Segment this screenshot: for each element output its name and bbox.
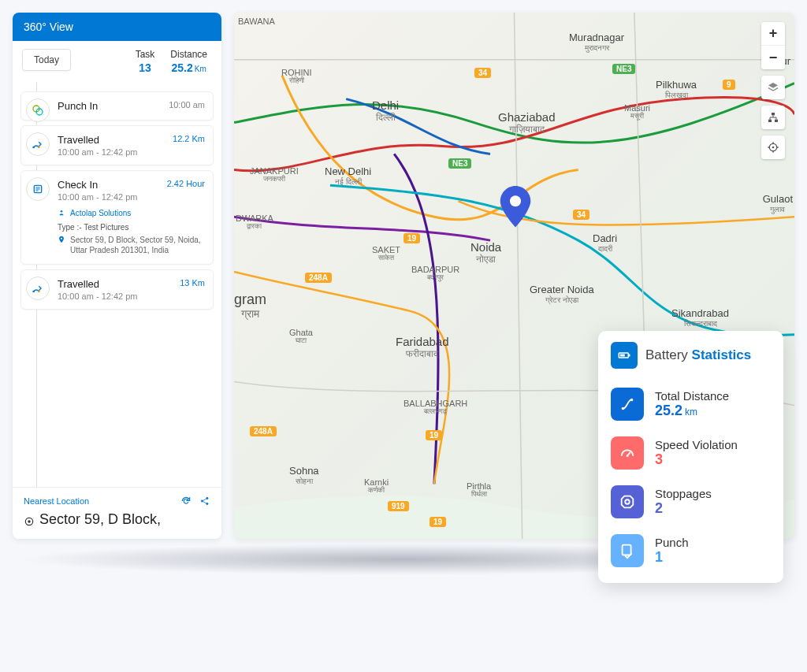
map-place-dwarka: DWARKAद्वारका [236,213,273,231]
timeline[interactable]: Punch In 10:00 am Travelled 10:00 am - 1… [13,82,221,487]
summary-distance: Distance 25.2Km [165,49,212,74]
event-check-in[interactable]: Check In 10:00 am - 12:42 pm 2.42 Hour A… [20,170,214,265]
map-place-noida: Noidaनोएडा [470,241,501,265]
sidebar-header: 360° View [13,13,221,41]
stat-label: Stoppages [655,487,712,500]
map-marker[interactable] [499,186,532,227]
event-title: Punch In [58,100,98,112]
map-place-greaternoida: Greater Noidaग्रेटर नोएडा [530,284,594,305]
hierarchy-button[interactable] [761,106,785,129]
svg-point-19 [772,147,775,149]
address-text: Sector 59, D Block, Sector 59, Noida, Ut… [70,235,205,256]
svg-rect-17 [775,120,778,122]
event-travelled-1[interactable]: Travelled 10:00 am - 12:42 pm 12.2 Km [20,125,214,165]
stat-value: 25.2km [655,403,729,419]
event-right-value: 10:00 am [169,100,205,110]
svg-point-14 [510,195,521,206]
person-icon [58,208,65,220]
svg-point-5 [61,210,63,213]
gauge-icon [611,436,644,470]
road-badge: 248A [305,273,332,283]
stop-icon [611,485,644,518]
event-time: 10:00 am - 12:42 pm [58,147,138,157]
task-value: 13 [136,61,155,74]
svg-marker-26 [622,496,634,508]
svg-point-8 [38,291,40,293]
share-icon[interactable] [199,496,210,507]
event-punch-in[interactable]: Punch In 10:00 am [20,91,214,121]
zoom-in-button[interactable]: + [761,22,785,46]
svg-rect-22 [629,355,630,357]
map-place-muradnagar: Muradnagarमुरादनगर [569,32,624,53]
stat-label: Speed Violation [655,438,738,451]
map-place-ghaziabad: Ghaziabadगाज़ियाबाद [498,111,556,135]
event-right-value: 2.42 Hour [167,179,205,188]
stat-value: 1 [655,549,689,566]
battery-icon [611,342,638,369]
event-details: Actolap Solutions Type :- Test Pictures … [58,208,205,256]
type-line: Type :- Test Pictures [58,223,205,232]
road-badge: 919 [388,501,409,511]
travel-icon [26,132,50,156]
map-place-gram: gramग्राम [234,292,266,321]
road-badge: 248A [250,426,277,436]
map-place-rohini: ROHINIरोहिणी [281,68,312,85]
svg-point-6 [61,238,62,239]
location-pin-icon [58,235,65,247]
punch-in-icon [26,98,50,122]
map-place-pilkhuwa: Pilkhuwaपिलखुवा [656,80,697,100]
company-name: Actolap Solutions [70,208,131,219]
stats-title: Battery Statistics [645,347,751,363]
svg-point-9 [201,500,203,503]
map-place-gulaot: Gulaotगुलाव [763,194,793,214]
zoom-out-button[interactable]: − [761,46,785,69]
today-filter-chip[interactable]: Today [22,49,71,71]
road-badge: 9 [723,80,735,90]
svg-point-27 [625,499,630,504]
stat-total-distance: Total Distance 25.2km [611,380,771,429]
layers-button[interactable] [761,76,785,99]
map-place-masuri: Masuriमसूरी [624,103,650,121]
road-badge: NE3 [448,158,471,169]
svg-rect-16 [768,120,772,122]
road-badge: 34 [573,210,589,220]
svg-rect-15 [772,113,775,115]
map-place-ballabhgarh: BALLABHGARHबल्लभगढ़ [404,399,467,416]
map-place-dadri: Dadriदादरी [593,233,617,254]
nearest-location-value: Sector 59, D Block, [24,511,210,528]
svg-rect-21 [620,355,625,357]
svg-rect-28 [623,545,631,555]
sidebar-footer: Nearest Location Sector 59, D Block, [13,487,221,539]
event-travelled-2[interactable]: Travelled 10:00 am - 12:42 pm 13 Km [20,269,214,310]
map-place-janakpuri: JANAKPURIजनकपरी [250,166,299,184]
map-place-ghata: Ghataघाटा [289,328,313,345]
map-place-karnki: Karnkiकर्णकी [364,477,389,495]
refresh-icon[interactable] [180,496,192,507]
event-title: Check In [58,179,138,191]
svg-point-13 [28,520,31,523]
summary-task: Task 13 [131,49,160,74]
stats-header: Battery Statistics [611,342,771,369]
map-place-bawana: BAWANA [238,17,275,26]
stat-value: 3 [655,451,738,468]
svg-point-3 [38,147,40,149]
map-place-badarpur: BADARPURबदरपुर [411,265,459,282]
road-badge: 19 [404,233,420,243]
locate-button[interactable] [761,136,785,159]
svg-point-2 [32,147,35,149]
stat-punch: Punch 1 [611,526,771,575]
event-right-value: 13 Km [180,278,205,288]
stat-stoppages: Stoppages 2 [611,477,771,526]
nearest-location-label: Nearest Location [24,496,89,506]
svg-point-25 [627,455,629,457]
road-badge: 34 [474,68,491,78]
event-right-value: 12.2 Km [173,134,205,143]
event-time: 10:00 am - 12:42 pm [58,192,138,202]
road-badge: NE3 [612,64,635,74]
summary-row: Today Task 13 Distance 25.2Km [13,41,221,82]
task-label: Task [136,49,155,60]
road-badge: 19 [430,517,446,527]
map-place-sohna: Sohnaसोहना [289,466,319,486]
svg-point-7 [32,291,35,293]
map-place-faridabad: Faridabadफरीदाबाद [396,336,449,359]
